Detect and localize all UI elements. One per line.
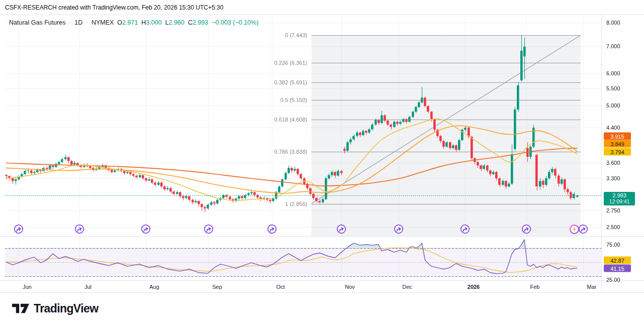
ohlc-key: L [165,19,169,26]
price-axis-label: 5.000 [606,102,620,109]
ohlc-key: C [188,19,193,26]
ohlc-h: H3.000 [141,19,161,26]
ohlc-l: L2.960 [165,19,185,26]
time-axis-label-jun: Jun [23,284,32,290]
time-axis-label-oct: Oct [276,284,285,290]
event-arrow-icon[interactable] [14,224,24,234]
attribution-bar: CSFX-RESEARCH created with TradingView.c… [0,0,644,15]
rsi-value-badge: 41.15 [604,265,631,272]
price-axis-label: 5.500 [606,85,620,91]
ma-value-badge: 3.794 [604,148,631,156]
last-price-value: 2.993 [605,192,634,198]
ohlc-o: O2.971 [117,19,138,26]
rsi-axis-label: 25.00 [606,277,620,283]
price-axis-label: 3.300 [606,175,620,181]
price-axis-label: 8.000 [606,20,620,26]
time-axis-label-dec: Dec [402,284,412,290]
event-arrow-icon[interactable] [394,224,404,234]
event-arrow-icon[interactable] [578,224,588,234]
price-axis-label: 4.400 [606,125,620,131]
legend-separator: · [69,20,71,26]
ohlc-key: O [117,19,122,26]
lightning-icon[interactable] [569,224,579,234]
fib-level-label: 0.786 (3.838) [0,149,307,155]
last-price-badge: 2.99312:09:41 [604,192,635,205]
event-arrow-icon[interactable] [74,224,84,234]
time-axis-label-sep: Sep [212,284,222,290]
fib-level-label: 0 (7.443) [0,32,307,38]
event-arrow-icon[interactable] [460,224,470,234]
footer: TradingView [0,293,644,324]
ohlc-c: C2.993 [188,19,208,26]
price-axis-label: 2.500 [606,224,620,230]
time-axis-label-aug: Aug [149,284,159,290]
ma-value-badge: 3.849 [604,140,631,148]
symbol-title: Natural Gas Futures [9,19,66,26]
rsi-axis-label: 75.00 [606,242,620,248]
chart-widget: Natural Gas Futures · 1D · NYMEX O2.971H… [0,15,644,293]
ohlc-value: 2.971 [122,19,138,26]
fib-level-label: 0.236 (6.361) [0,60,307,66]
price-axis-label: 6.000 [606,70,620,76]
fib-level-label: 1 (2.856) [0,201,307,207]
time-axis-label-jul: Jul [84,284,91,290]
rsi-value-badge: 42.87 [604,257,631,264]
event-arrow-icon[interactable] [521,224,531,234]
fib-level-label: 0.618 (4.608) [0,117,307,123]
ohlc-value: 3.000 [146,19,161,26]
tradingview-wordmark[interactable]: TradingView [34,302,98,315]
bar-countdown: 12:09:41 [605,198,634,204]
price-axis-label: 2.750 [606,207,620,213]
event-arrow-icon[interactable] [141,224,151,234]
ma-value-badge: 3.915 [604,133,631,140]
price-axis-label: 3.600 [606,160,620,166]
fib-level-label: 0.382 (5.691) [0,79,307,85]
change-value: −0.003 (−0.10%) [212,19,258,26]
time-axis-label-mar: Mar [587,284,597,290]
legend-separator: · [86,20,88,26]
tradingview-logo-icon[interactable] [12,301,29,315]
event-arrow-icon[interactable] [267,224,277,234]
ohlc-value: 2.960 [169,19,185,26]
price-axis-label: 7.000 [606,43,620,49]
event-arrow-icon[interactable] [336,224,346,234]
fib-level-label: 0.5 (5.150) [0,97,307,103]
exchange-label: NYMEX [91,19,114,26]
attribution-text: CSFX-RESEARCH created with TradingView.c… [5,4,223,11]
time-axis-label-feb: Feb [530,284,540,290]
ohlc-value: 2.993 [193,19,208,26]
time-axis-label-2026: 2026 [468,284,480,290]
time-axis-label-nov: Nov [345,284,355,290]
symbol-legend[interactable]: Natural Gas Futures · 1D · NYMEX O2.971H… [9,18,258,27]
interval-label[interactable]: 1D [74,19,82,26]
event-arrow-icon[interactable] [204,224,214,234]
